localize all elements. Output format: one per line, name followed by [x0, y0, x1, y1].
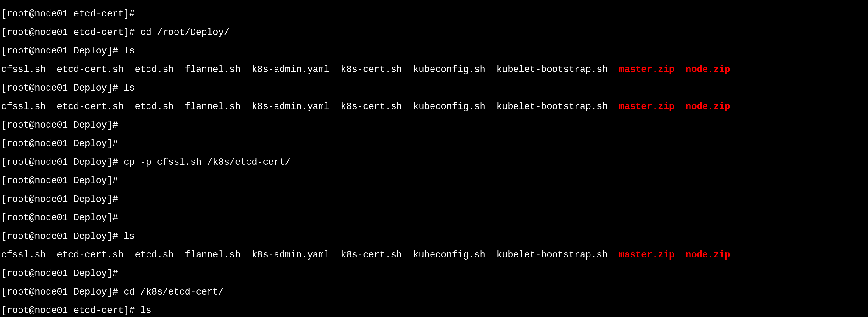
file-regular: kubeconfig.sh	[413, 64, 485, 75]
prompt-line: [root@node01 Deploy]#	[1, 195, 867, 204]
prompt-line: [root@node01 Deploy]#	[1, 121, 867, 130]
prompt-line: [root@node01 Deploy]#	[1, 269, 867, 278]
file-regular: cfssl.sh	[1, 64, 45, 75]
file-regular: kubelet-bootstrap.sh	[496, 250, 608, 260]
file-regular: etcd-cert.sh	[57, 250, 124, 260]
prompt: [root@node01 etcd-cert]#	[1, 27, 135, 38]
prompt: [root@node01 Deploy]#	[1, 176, 118, 186]
command-text: ls	[118, 231, 135, 242]
file-regular: kubeconfig.sh	[413, 101, 485, 112]
file-archive: node.zip	[686, 64, 730, 75]
prompt: [root@node01 etcd-cert]#	[1, 9, 135, 19]
ls-output-line: cfssl.sh etcd-cert.sh etcd.sh flannel.sh…	[1, 102, 867, 112]
prompt: [root@node01 Deploy]#	[1, 231, 118, 242]
prompt: [root@node01 Deploy]#	[1, 157, 118, 167]
prompt: [root@node01 Deploy]#	[1, 46, 118, 56]
file-regular: etcd.sh	[135, 250, 174, 260]
file-regular: kubelet-bootstrap.sh	[496, 101, 608, 112]
prompt-line: [root@node01 Deploy]#	[1, 139, 867, 149]
command-text: cd /k8s/etcd-cert/	[118, 287, 224, 297]
prompt: [root@node01 Deploy]#	[1, 120, 118, 130]
command-text: cd /root/Deploy/	[135, 27, 229, 38]
prompt: [root@node01 Deploy]#	[1, 287, 118, 297]
file-archive: master.zip	[619, 101, 675, 112]
file-regular: k8s-cert.sh	[341, 250, 402, 260]
file-regular: k8s-admin.yaml	[252, 250, 330, 260]
file-regular: etcd.sh	[135, 101, 174, 112]
file-regular: etcd.sh	[135, 64, 174, 75]
file-regular: k8s-admin.yaml	[252, 101, 330, 112]
prompt-line: [root@node01 Deploy]#	[1, 176, 867, 186]
file-regular: cfssl.sh	[1, 250, 45, 260]
prompt-line: [root@node01 etcd-cert]#	[1, 9, 867, 19]
file-regular: flannel.sh	[185, 101, 241, 112]
file-archive: node.zip	[686, 101, 730, 112]
command-text: cp -p cfssl.sh /k8s/etcd-cert/	[118, 157, 290, 167]
command-line: [root@node01 etcd-cert]# cd /root/Deploy…	[1, 28, 867, 37]
prompt: [root@node01 Deploy]#	[1, 83, 118, 93]
file-regular: kubelet-bootstrap.sh	[496, 64, 608, 75]
file-regular: etcd-cert.sh	[57, 64, 124, 75]
prompt-line: [root@node01 Deploy]#	[1, 213, 867, 223]
prompt: [root@node01 Deploy]#	[1, 268, 118, 279]
file-regular: k8s-cert.sh	[341, 64, 402, 75]
prompt: [root@node01 Deploy]#	[1, 213, 118, 223]
file-regular: etcd-cert.sh	[57, 101, 124, 112]
file-regular: flannel.sh	[185, 250, 241, 260]
command-text: ls	[118, 83, 135, 93]
ls-output-line: cfssl.sh etcd-cert.sh etcd.sh flannel.sh…	[1, 250, 867, 260]
file-regular: flannel.sh	[185, 64, 241, 75]
command-line: [root@node01 Deploy]# ls	[1, 84, 867, 93]
command-text: ls	[118, 46, 135, 56]
terminal[interactable]: [root@node01 etcd-cert]# [root@node01 et…	[0, 0, 868, 317]
file-regular: k8s-cert.sh	[341, 101, 402, 112]
file-regular: k8s-admin.yaml	[252, 64, 330, 75]
file-regular: kubeconfig.sh	[413, 250, 485, 260]
file-archive: master.zip	[619, 64, 675, 75]
file-archive: master.zip	[619, 250, 675, 260]
file-archive: node.zip	[686, 250, 730, 260]
ls-output-line: cfssl.sh etcd-cert.sh etcd.sh flannel.sh…	[1, 65, 867, 74]
prompt: [root@node01 Deploy]#	[1, 194, 118, 204]
command-line: [root@node01 Deploy]# cp -p cfssl.sh /k8…	[1, 158, 867, 167]
command-line: [root@node01 Deploy]# ls	[1, 232, 867, 241]
command-line: [root@node01 Deploy]# cd /k8s/etcd-cert/	[1, 287, 867, 297]
prompt: [root@node01 etcd-cert]#	[1, 306, 135, 316]
file-regular: cfssl.sh	[1, 101, 45, 112]
command-line: [root@node01 Deploy]# ls	[1, 46, 867, 56]
command-line: [root@node01 etcd-cert]# ls	[1, 306, 867, 315]
command-text: ls	[135, 306, 151, 316]
prompt: [root@node01 Deploy]#	[1, 138, 118, 149]
